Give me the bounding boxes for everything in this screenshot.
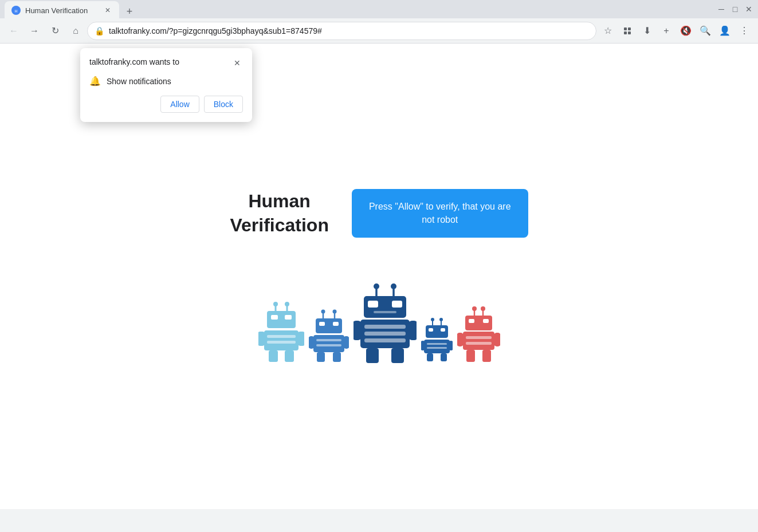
svg-text:H: H xyxy=(14,9,17,13)
svg-rect-44 xyxy=(364,332,406,336)
bell-icon: 🔔 xyxy=(89,76,101,86)
robot-2 xyxy=(309,309,349,364)
tab-title: Human Verification xyxy=(25,6,99,15)
forward-button[interactable]: → xyxy=(25,22,44,40)
svg-rect-39 xyxy=(368,301,378,308)
hero-title: HumanVerification xyxy=(230,190,329,237)
svg-rect-46 xyxy=(366,348,379,363)
svg-rect-72 xyxy=(466,336,492,339)
svg-rect-47 xyxy=(391,348,404,363)
svg-rect-60 xyxy=(427,353,433,361)
svg-rect-45 xyxy=(364,338,406,342)
svg-rect-56 xyxy=(441,328,445,332)
svg-rect-74 xyxy=(466,350,475,362)
svg-rect-2 xyxy=(624,27,627,30)
url-text: talktofranky.com/?p=gizgcnrqgu5gi3bphayq… xyxy=(109,26,589,36)
mute-button[interactable]: 🔇 xyxy=(677,22,695,40)
address-bar[interactable]: 🔒 talktofranky.com/?p=gizgcnrqgu5gi3bpha… xyxy=(87,22,596,40)
refresh-button[interactable]: ↻ xyxy=(46,22,64,40)
allow-button[interactable]: Allow xyxy=(160,96,199,113)
tab-favicon: H xyxy=(11,6,21,15)
svg-rect-59 xyxy=(427,347,447,349)
svg-rect-3 xyxy=(628,27,631,30)
active-tab[interactable]: H Human Verification ✕ xyxy=(5,1,119,19)
robot-5 xyxy=(457,306,500,364)
svg-rect-10 xyxy=(267,311,296,328)
svg-rect-18 xyxy=(258,332,265,346)
svg-rect-33 xyxy=(343,336,349,349)
svg-rect-70 xyxy=(483,319,489,323)
verify-button[interactable]: Press "Allow" to verify, that you arenot… xyxy=(352,189,528,238)
title-bar: H Human Verification ✕ + ─ □ ✕ xyxy=(0,0,758,18)
svg-rect-69 xyxy=(469,319,474,323)
page-content: talktofranky.com wants to ✕ 🔔 Show notif… xyxy=(0,44,758,509)
svg-rect-15 xyxy=(267,341,296,344)
extension-button[interactable] xyxy=(618,22,637,40)
browser-chrome: H Human Verification ✕ + ─ □ ✕ ← → ↻ ⌂ 🔒… xyxy=(0,0,758,44)
window-controls: ─ □ ✕ xyxy=(717,5,753,14)
tab-bar: H Human Verification ✕ + xyxy=(5,0,717,19)
back-button[interactable]: ← xyxy=(5,22,23,40)
svg-rect-58 xyxy=(427,343,447,345)
svg-rect-11 xyxy=(271,315,278,320)
robot-1 xyxy=(258,301,304,364)
svg-rect-24 xyxy=(316,318,342,333)
robot-4 xyxy=(421,318,453,364)
tab-close-button[interactable]: ✕ xyxy=(103,6,112,15)
svg-rect-55 xyxy=(429,328,433,332)
svg-point-35 xyxy=(374,283,379,289)
svg-point-67 xyxy=(481,306,485,311)
notification-popup: talktofranky.com wants to ✕ 🔔 Show notif… xyxy=(80,48,252,122)
svg-point-21 xyxy=(321,309,325,313)
svg-rect-63 xyxy=(449,341,453,350)
svg-rect-57 xyxy=(424,340,450,353)
svg-rect-54 xyxy=(426,325,448,338)
minimize-button[interactable]: ─ xyxy=(717,5,726,14)
svg-rect-30 xyxy=(317,352,325,362)
svg-rect-29 xyxy=(316,344,341,346)
popup-close-button[interactable]: ✕ xyxy=(231,57,243,69)
maximize-button[interactable]: □ xyxy=(730,5,740,14)
new-tab-special-button[interactable]: + xyxy=(657,22,675,40)
svg-rect-73 xyxy=(466,342,492,345)
svg-rect-17 xyxy=(285,350,294,362)
block-button[interactable]: Block xyxy=(204,96,243,113)
svg-rect-26 xyxy=(333,322,339,326)
svg-point-53 xyxy=(439,318,443,321)
new-tab-button[interactable]: + xyxy=(121,3,138,19)
bookmark-button[interactable]: ☆ xyxy=(599,22,617,40)
svg-point-9 xyxy=(285,302,289,306)
svg-rect-19 xyxy=(297,332,304,346)
toolbar: ← → ↻ ⌂ 🔒 talktofranky.com/?p=gizgcnrqgu… xyxy=(0,18,758,44)
svg-rect-76 xyxy=(457,333,464,346)
svg-point-37 xyxy=(391,283,396,289)
zoom-button[interactable]: 🔍 xyxy=(696,22,714,40)
downloads-button[interactable]: ⬇ xyxy=(638,22,656,40)
svg-rect-13 xyxy=(264,330,299,350)
menu-button[interactable]: ⋮ xyxy=(735,22,753,40)
home-button[interactable]: ⌂ xyxy=(66,22,85,40)
svg-point-23 xyxy=(332,309,336,313)
svg-rect-27 xyxy=(313,335,344,352)
svg-rect-61 xyxy=(441,353,447,361)
robot-3 xyxy=(354,283,417,364)
svg-rect-40 xyxy=(392,301,402,308)
popup-header: talktofranky.com wants to ✕ xyxy=(89,57,243,69)
svg-rect-49 xyxy=(409,321,417,340)
svg-point-51 xyxy=(431,318,434,321)
svg-point-65 xyxy=(472,306,477,311)
toolbar-right: ☆ ⬇ + 🔇 🔍 👤 ⋮ xyxy=(599,22,753,40)
close-button[interactable]: ✕ xyxy=(744,5,753,14)
svg-rect-16 xyxy=(269,350,278,362)
svg-rect-71 xyxy=(463,332,494,350)
svg-rect-14 xyxy=(267,335,296,338)
svg-rect-75 xyxy=(482,350,491,362)
robots-section xyxy=(258,283,500,364)
profile-button[interactable]: 👤 xyxy=(716,22,734,40)
lock-icon: 🔒 xyxy=(95,26,104,36)
svg-rect-48 xyxy=(354,321,362,340)
svg-rect-43 xyxy=(364,325,406,329)
svg-rect-5 xyxy=(628,31,631,34)
svg-point-7 xyxy=(273,302,278,306)
svg-rect-41 xyxy=(374,311,396,313)
